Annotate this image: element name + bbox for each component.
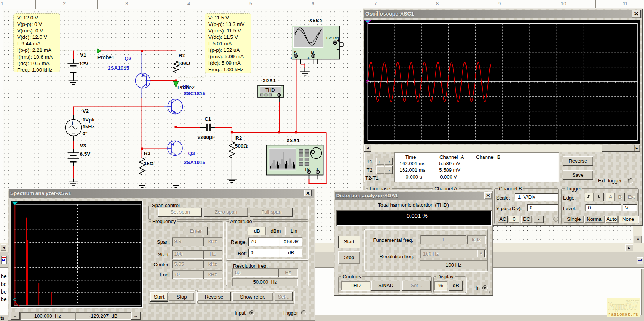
svg-text:2SA1015: 2SA1015 <box>184 160 206 165</box>
svg-text:2SA1015: 2SA1015 <box>108 65 129 71</box>
svg-text:A: A <box>294 50 297 54</box>
svg-text:R1: R1 <box>179 53 185 58</box>
svg-text:V2: V2 <box>83 108 89 114</box>
svg-text:V1: V1 <box>80 52 86 58</box>
svg-text:0°: 0° <box>83 131 88 136</box>
svg-text:C1: C1 <box>205 116 211 122</box>
svg-text:THD: THD <box>265 88 275 93</box>
svg-text:КОТ: КОТ <box>624 298 640 313</box>
svg-text:XSC1: XSC1 <box>309 18 323 24</box>
svg-text:1Vpk: 1Vpk <box>83 117 95 123</box>
svg-text:Ext Trig: Ext Trig <box>326 36 339 40</box>
svg-text:2SC1815: 2SC1815 <box>184 91 206 96</box>
svg-text:6.5V: 6.5V <box>80 151 91 157</box>
svg-text:B: B <box>311 50 314 54</box>
svg-text:1kHz: 1kHz <box>83 124 95 129</box>
svg-text:2200µF: 2200µF <box>198 134 215 140</box>
svg-text:+: + <box>71 120 74 126</box>
svg-text:radiokot.ru: radiokot.ru <box>608 312 639 317</box>
svg-text:R3: R3 <box>144 150 151 156</box>
svg-text:R2: R2 <box>235 135 242 141</box>
svg-text:Probe2: Probe2 <box>177 85 195 91</box>
svg-text:V3: V3 <box>80 143 86 149</box>
svg-text:12V: 12V <box>79 61 88 67</box>
svg-text:+: + <box>337 38 340 43</box>
svg-text:Радио: Радио <box>608 299 625 313</box>
svg-text:500Ω: 500Ω <box>235 143 248 149</box>
svg-text:1kΩ: 1kΩ <box>144 161 154 166</box>
svg-text:−: − <box>337 47 339 51</box>
svg-text:XDA1: XDA1 <box>263 78 276 84</box>
svg-text:+: + <box>307 56 310 60</box>
svg-text:Probe1: Probe1 <box>97 54 115 61</box>
svg-text:Q2: Q2 <box>125 56 131 61</box>
svg-text:XSA1: XSA1 <box>287 138 300 144</box>
svg-text:100Ω: 100Ω <box>177 61 190 66</box>
svg-text:Q3: Q3 <box>188 150 195 156</box>
svg-text:+: + <box>290 56 292 60</box>
